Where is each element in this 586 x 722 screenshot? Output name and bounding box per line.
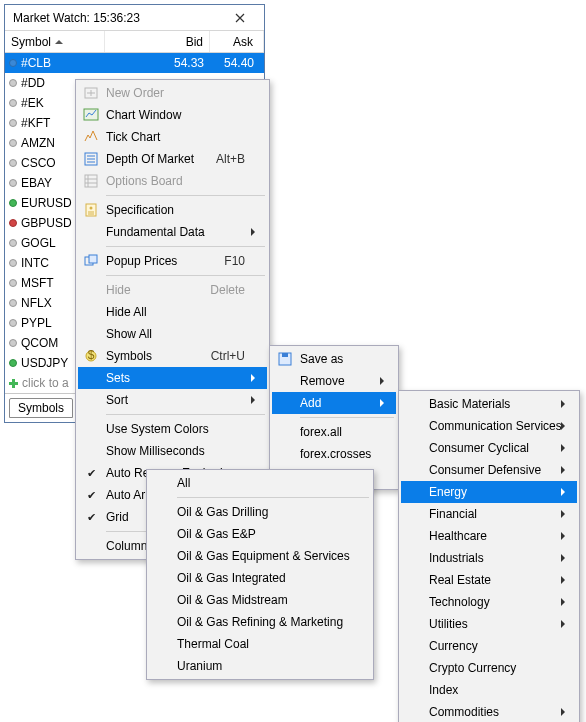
status-dot-icon [9, 159, 17, 167]
menu-item-hide[interactable]: Hide Delete [78, 279, 267, 301]
check-icon: ✔ [87, 511, 96, 524]
menu-item-specification[interactable]: Specification [78, 199, 267, 221]
window-title: Market Watch: 15:36:23 [13, 11, 140, 25]
menu-item-symbols[interactable]: $ Symbols Ctrl+U [78, 345, 267, 367]
status-dot-icon [9, 279, 17, 287]
menu-item-show-milliseconds[interactable]: Show Milliseconds [78, 440, 267, 462]
status-dot-icon [9, 199, 17, 207]
status-dot-icon [9, 339, 17, 347]
popup-prices-icon [83, 253, 99, 269]
status-dot-icon [9, 299, 17, 307]
close-icon [235, 13, 245, 23]
menu-item-oil-gas-drilling[interactable]: Oil & Gas Drilling [149, 501, 371, 523]
menu-item-healthcare[interactable]: Healthcare [401, 525, 577, 547]
specification-icon [83, 202, 99, 218]
symbol-label: #KFT [21, 116, 50, 130]
menu-item-currency[interactable]: Currency [401, 635, 577, 657]
symbol-label: EBAY [21, 176, 52, 190]
column-header-bid[interactable]: Bid [105, 31, 210, 52]
symbol-label: NFLX [21, 296, 52, 310]
status-dot-icon [9, 79, 17, 87]
menu-item-show-all[interactable]: Show All [78, 323, 267, 345]
symbol-label: MSFT [21, 276, 54, 290]
new-order-icon [83, 85, 99, 101]
status-dot-icon [9, 239, 17, 247]
menu-item-oil-gas-equipment[interactable]: Oil & Gas Equipment & Services [149, 545, 371, 567]
menu-item-index[interactable]: Index [401, 679, 577, 701]
menu-item-chart-window[interactable]: Chart Window [78, 104, 267, 126]
menu-item-use-system-colors[interactable]: Use System Colors [78, 418, 267, 440]
svg-point-5 [90, 207, 93, 210]
symbol-label: #EK [21, 96, 44, 110]
menu-item-industrials[interactable]: Industrials [401, 547, 577, 569]
menu-item-sets[interactable]: Sets [78, 367, 267, 389]
menu-item-consumer-cyclical[interactable]: Consumer Cyclical [401, 437, 577, 459]
column-header-row: Symbol Bid Ask [5, 31, 264, 53]
close-button[interactable] [222, 8, 258, 28]
menu-item-thermal-coal[interactable]: Thermal Coal [149, 633, 371, 655]
menu-item-financial[interactable]: Financial [401, 503, 577, 525]
menu-item-sort[interactable]: Sort [78, 389, 267, 411]
menu-item-options-board[interactable]: Options Board [78, 170, 267, 192]
symbol-label: GOGL [21, 236, 56, 250]
menu-item-new-order[interactable]: New Order [78, 82, 267, 104]
status-dot-icon [9, 59, 17, 67]
symbol-label: #CLB [21, 56, 51, 70]
menu-item-oil-gas-integrated[interactable]: Oil & Gas Integrated [149, 567, 371, 589]
sort-ascending-icon [55, 36, 63, 44]
column-header-ask[interactable]: Ask [210, 31, 264, 52]
menu-item-commodities[interactable]: Commodities [401, 701, 577, 722]
status-dot-icon [9, 379, 18, 388]
column-header-symbol[interactable]: Symbol [5, 31, 105, 52]
menu-item-utilities[interactable]: Utilities [401, 613, 577, 635]
symbol-label: USDJPY [21, 356, 68, 370]
symbol-label: #DD [21, 76, 45, 90]
menu-item-popup-prices[interactable]: Popup Prices F10 [78, 250, 267, 272]
menu-item-save-as[interactable]: Save as [272, 348, 396, 370]
chart-window-icon [83, 107, 99, 123]
menu-item-basic-materials[interactable]: Basic Materials [401, 393, 577, 415]
tick-chart-icon [83, 129, 99, 145]
menu-item-remove[interactable]: Remove [272, 370, 396, 392]
menu-item-consumer-defensive[interactable]: Consumer Defensive [401, 459, 577, 481]
menu-item-technology[interactable]: Technology [401, 591, 577, 613]
symbol-label: QCOM [21, 336, 58, 350]
menu-item-tick-chart[interactable]: Tick Chart [78, 126, 267, 148]
symbols-icon: $ [83, 348, 99, 364]
context-menu-add-sectors: Basic Materials Communication Services C… [398, 390, 580, 722]
status-dot-icon [9, 119, 17, 127]
menu-item-uranium[interactable]: Uranium [149, 655, 371, 677]
bid-value: 54.33 [105, 56, 210, 70]
symbol-label: INTC [21, 256, 49, 270]
menu-item-real-estate[interactable]: Real Estate [401, 569, 577, 591]
status-dot-icon [9, 179, 17, 187]
svg-text:$: $ [88, 348, 95, 362]
menu-item-forex-crosses[interactable]: forex.crosses [272, 443, 396, 465]
depth-of-market-icon [83, 151, 99, 167]
menu-item-depth-of-market[interactable]: Depth Of Market Alt+B [78, 148, 267, 170]
menu-item-oil-gas-ep[interactable]: Oil & Gas E&P [149, 523, 371, 545]
status-dot-icon [9, 259, 17, 267]
menu-item-communication-services[interactable]: Communication Services [401, 415, 577, 437]
menu-item-forex-all[interactable]: forex.all [272, 421, 396, 443]
symbol-label: EURUSD [21, 196, 72, 210]
menu-separator [300, 417, 394, 418]
menu-item-energy[interactable]: Energy [401, 481, 577, 503]
symbol-label: CSCO [21, 156, 56, 170]
menu-item-oil-gas-midstream[interactable]: Oil & Gas Midstream [149, 589, 371, 611]
column-header-symbol-label: Symbol [11, 35, 51, 49]
svg-rect-3 [85, 175, 97, 187]
table-row[interactable]: #CLB54.3354.40 [5, 53, 264, 73]
menu-item-oil-gas-refining[interactable]: Oil & Gas Refining & Marketing [149, 611, 371, 633]
menu-item-hide-all[interactable]: Hide All [78, 301, 267, 323]
check-icon: ✔ [87, 467, 96, 480]
menu-item-all[interactable]: All [149, 472, 371, 494]
status-dot-icon [9, 319, 17, 327]
menu-item-add[interactable]: Add [272, 392, 396, 414]
menu-item-crypto-currency[interactable]: Crypto Currency [401, 657, 577, 679]
titlebar[interactable]: Market Watch: 15:36:23 [5, 5, 264, 31]
options-board-icon [83, 173, 99, 189]
symbol-label: AMZN [21, 136, 55, 150]
tab-symbols[interactable]: Symbols [9, 398, 73, 418]
menu-item-fundamental-data[interactable]: Fundamental Data [78, 221, 267, 243]
